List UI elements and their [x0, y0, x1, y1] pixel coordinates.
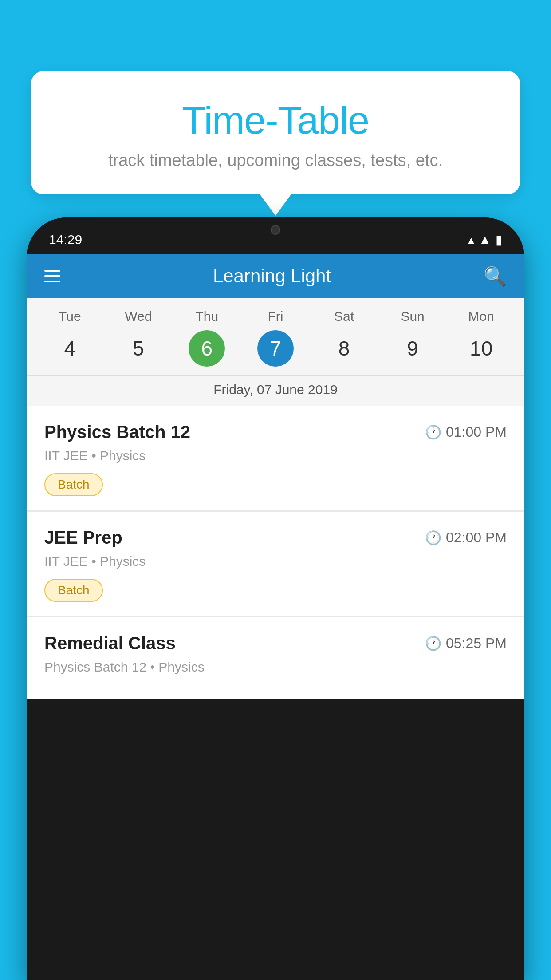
day-name: Sun — [401, 309, 424, 324]
day-col-sun[interactable]: Sun9 — [384, 309, 441, 367]
day-col-sat[interactable]: Sat8 — [315, 309, 373, 367]
day-name: Wed — [125, 309, 152, 324]
selected-date-label: Friday, 07 June 2019 — [27, 375, 524, 406]
class-subtitle: Physics Batch 12 • Physics — [44, 660, 507, 675]
day-number: 8 — [326, 330, 362, 367]
search-icon[interactable]: 🔍 — [484, 265, 507, 287]
day-col-mon[interactable]: Mon10 — [453, 309, 510, 367]
class-time: 🕐 02:00 PM — [425, 530, 507, 546]
wifi-icon: ▴ — [468, 233, 474, 247]
day-name: Thu — [196, 309, 219, 324]
class-subtitle: IIT JEE • Physics — [44, 448, 507, 463]
class-item[interactable]: JEE Prep 🕐 02:00 PM IIT JEE • Physics Ba… — [27, 512, 524, 616]
clock-icon: 🕐 — [425, 636, 441, 651]
calendar-strip: Tue4Wed5Thu6Fri7Sat8Sun9Mon10 Friday, 07… — [27, 298, 524, 406]
tooltip-card: Time-Table track timetable, upcoming cla… — [31, 71, 520, 194]
day-number: 4 — [51, 330, 88, 367]
day-col-fri[interactable]: Fri7 — [247, 309, 304, 367]
day-name: Fri — [268, 309, 283, 324]
day-col-tue[interactable]: Tue4 — [41, 309, 98, 367]
signal-icon: ▲ — [479, 233, 491, 247]
class-header: Physics Batch 12 🕐 01:00 PM — [44, 422, 507, 442]
app-header: Learning Light 🔍 — [27, 254, 524, 298]
class-item[interactable]: Physics Batch 12 🕐 01:00 PM IIT JEE • Ph… — [27, 406, 524, 510]
tooltip-title: Time-Table — [58, 98, 493, 143]
days-row: Tue4Wed5Thu6Fri7Sat8Sun9Mon10 — [27, 309, 524, 372]
class-time: 🕐 05:25 PM — [425, 635, 507, 652]
status-icons: ▴ ▲ ▮ — [468, 233, 502, 247]
day-number: 10 — [463, 330, 500, 367]
phone-notch — [240, 217, 311, 242]
day-col-wed[interactable]: Wed5 — [110, 309, 167, 367]
class-header: Remedial Class 🕐 05:25 PM — [44, 633, 507, 653]
day-name: Sat — [334, 309, 354, 324]
day-name: Mon — [468, 309, 494, 324]
class-item[interactable]: Remedial Class 🕐 05:25 PM Physics Batch … — [27, 617, 524, 699]
class-header: JEE Prep 🕐 02:00 PM — [44, 528, 507, 548]
app-title: Learning Light — [78, 265, 466, 287]
class-name: Physics Batch 12 — [44, 422, 190, 442]
batch-badge: Batch — [44, 579, 103, 602]
battery-icon: ▮ — [496, 233, 502, 247]
camera-dot — [271, 225, 280, 235]
phone-frame: 14:29 ▴ ▲ ▮ Learning Light 🔍 Tue4Wed5Thu… — [27, 217, 524, 980]
status-bar: 14:29 ▴ ▲ ▮ — [27, 217, 524, 254]
day-number: 7 — [257, 330, 294, 367]
day-col-thu[interactable]: Thu6 — [178, 309, 236, 367]
clock-icon: 🕐 — [425, 424, 441, 440]
clock-icon: 🕐 — [425, 530, 441, 545]
status-time: 14:29 — [49, 232, 82, 247]
class-name: JEE Prep — [44, 528, 122, 548]
class-name: Remedial Class — [44, 633, 176, 653]
day-number: 6 — [189, 330, 225, 367]
class-time: 🕐 01:00 PM — [425, 424, 507, 440]
tooltip-subtitle: track timetable, upcoming classes, tests… — [58, 151, 493, 170]
day-number: 5 — [120, 330, 157, 367]
day-number: 9 — [394, 330, 431, 367]
hamburger-menu-button[interactable] — [44, 270, 60, 282]
day-name: Tue — [59, 309, 81, 324]
batch-badge: Batch — [44, 473, 103, 496]
classes-list: Physics Batch 12 🕐 01:00 PM IIT JEE • Ph… — [27, 406, 524, 699]
class-subtitle: IIT JEE • Physics — [44, 554, 507, 569]
